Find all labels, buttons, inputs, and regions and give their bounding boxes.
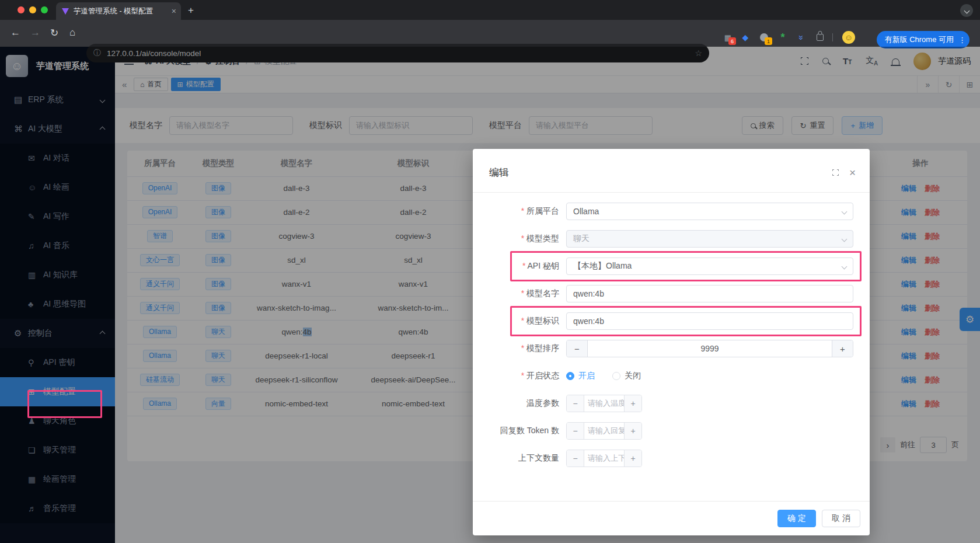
form-label-api-key: API 秘钥 bbox=[489, 261, 566, 272]
extension-badge: 6 bbox=[728, 37, 736, 45]
form-row-model-sort: 模型排序−9999+ bbox=[489, 340, 853, 357]
minimize-window-button[interactable] bbox=[29, 6, 36, 13]
chevron-down-icon bbox=[842, 208, 848, 214]
form-label-model-name: 模型名字 bbox=[489, 288, 566, 299]
dialog-footer: 确 定 取 消 bbox=[473, 501, 870, 535]
browser-tabstrip: 芋道管理系统 - 模型配置 × + bbox=[0, 0, 980, 20]
extension-grid-icon[interactable]: ▦6 bbox=[723, 32, 733, 43]
home-button[interactable]: ⌂ bbox=[69, 27, 75, 39]
dialog-title: 编辑 bbox=[489, 166, 509, 179]
browser-tab[interactable]: 芋道管理系统 - 模型配置 × bbox=[56, 2, 181, 20]
chrome-update-label: 有新版 Chrome 可用 bbox=[885, 34, 954, 45]
form-label-max-contexts: 上下文数量 bbox=[489, 453, 566, 464]
model-identifier-input[interactable]: qwen:4b bbox=[566, 312, 853, 330]
radio-option-开启[interactable]: 开启 bbox=[566, 371, 595, 381]
extensions-puzzle-icon[interactable] bbox=[815, 32, 825, 43]
radio-label: 开启 bbox=[578, 371, 595, 381]
form-row-status: 开启状态开启关闭 bbox=[489, 367, 853, 385]
form-label-status: 开启状态 bbox=[489, 371, 566, 381]
zoom-window-button[interactable] bbox=[41, 6, 48, 13]
dialog-close-icon[interactable]: × bbox=[849, 167, 856, 178]
browser-tab-title: 芋道管理系统 - 模型配置 bbox=[74, 6, 168, 16]
model-name-input[interactable]: qwen:4b bbox=[566, 285, 853, 302]
platform-select[interactable]: Ollama bbox=[566, 203, 853, 220]
extension-circle-icon[interactable]: 1 bbox=[759, 32, 769, 43]
form-row-temperature: 温度参数−请输入温度+ bbox=[489, 395, 853, 412]
extension-badge: 1 bbox=[765, 37, 772, 45]
select-value: 【本地】Ollama bbox=[573, 261, 632, 272]
form-label-model-type: 模型类型 bbox=[489, 234, 566, 244]
chevron-down-icon bbox=[842, 263, 848, 269]
extension-diamond-icon[interactable]: ◆ bbox=[740, 32, 751, 43]
confirm-button[interactable]: 确 定 bbox=[777, 510, 816, 527]
form-row-model-name: 模型名字qwen:4b bbox=[489, 285, 853, 302]
form-row-model-type: 模型类型聊天 bbox=[489, 230, 853, 248]
profile-avatar[interactable]: ☺ bbox=[842, 31, 855, 44]
form-row-model-identifier: 模型标识qwen:4b bbox=[489, 312, 853, 330]
increase-button[interactable]: + bbox=[624, 423, 641, 439]
decrease-button[interactable]: − bbox=[567, 395, 584, 412]
increase-button[interactable]: + bbox=[624, 450, 641, 467]
form-control-model-identifier: qwen:4b bbox=[566, 312, 853, 330]
chrome-update-button[interactable]: 有新版 Chrome 可用 ⋮ bbox=[877, 31, 969, 48]
form-control-api-key: 【本地】Ollama bbox=[566, 257, 853, 275]
decrease-button[interactable]: − bbox=[567, 423, 584, 439]
form-label-model-sort: 模型排序 bbox=[489, 343, 566, 354]
reload-button[interactable]: ↻ bbox=[50, 27, 58, 39]
form-label-max-tokens: 回复数 Token 数 bbox=[489, 426, 566, 436]
application-window: 芋道管理系统 - 模型配置 × + ← → ↻ ⌂ ⓘ 127.0.0.1/ai… bbox=[0, 0, 980, 543]
chevron-down-icon bbox=[842, 236, 848, 242]
form-row-max-contexts: 上下文数量−请输入上下+ bbox=[489, 450, 853, 467]
back-button[interactable]: ← bbox=[11, 27, 20, 39]
cancel-button[interactable]: 取 消 bbox=[822, 510, 860, 527]
input-value: qwen:4b bbox=[573, 289, 604, 298]
decrease-button[interactable]: − bbox=[567, 450, 584, 467]
model-type-select: 聊天 bbox=[566, 230, 853, 248]
max-tokens-stepper: −请输入回复+ bbox=[566, 422, 642, 440]
form-label-temperature: 温度参数 bbox=[489, 398, 566, 409]
toolbar-divider bbox=[832, 33, 833, 41]
edit-model-dialog: 编辑 × 所属平台Ollama模型类型聊天API 秘钥【本地】Ollama模型名… bbox=[473, 149, 870, 535]
tab-close-icon[interactable]: × bbox=[172, 6, 176, 16]
radio-dot bbox=[612, 372, 620, 380]
temperature-stepper: −请输入温度+ bbox=[566, 395, 642, 412]
form-row-api-key: API 秘钥【本地】Ollama bbox=[489, 257, 853, 275]
stepper-placeholder: 请输入回复 bbox=[584, 423, 624, 439]
close-window-button[interactable] bbox=[18, 6, 25, 13]
increase-button[interactable]: + bbox=[832, 340, 853, 357]
stepper-value: 9999 bbox=[588, 340, 832, 357]
model-sort-stepper: −9999+ bbox=[566, 340, 853, 357]
form-control-temperature: −请输入温度+ bbox=[566, 395, 853, 412]
api-key-select[interactable]: 【本地】Ollama bbox=[566, 257, 853, 275]
form-control-max-contexts: −请输入上下+ bbox=[566, 450, 853, 467]
decrease-button[interactable]: − bbox=[567, 340, 588, 357]
form-label-platform: 所属平台 bbox=[489, 206, 566, 217]
form-control-model-name: qwen:4b bbox=[566, 285, 853, 302]
radio-option-关闭[interactable]: 关闭 bbox=[612, 371, 641, 381]
form-row-platform: 所属平台Ollama bbox=[489, 203, 853, 220]
forward-button[interactable]: → bbox=[30, 27, 40, 39]
select-value: 聊天 bbox=[573, 234, 590, 244]
form-control-status: 开启关闭 bbox=[566, 371, 853, 381]
radio-dot bbox=[566, 372, 574, 380]
new-tab-button[interactable]: + bbox=[188, 5, 194, 16]
dialog-header: 编辑 × bbox=[473, 149, 870, 192]
browser-menu-icon[interactable]: ⋮ bbox=[958, 36, 966, 44]
extension-chevrons-icon[interactable]: » bbox=[796, 32, 807, 43]
stepper-placeholder: 请输入上下 bbox=[584, 450, 624, 467]
form-control-model-type: 聊天 bbox=[566, 230, 853, 248]
radio-label: 关闭 bbox=[625, 371, 641, 381]
site-favicon bbox=[62, 8, 69, 15]
select-value: Ollama bbox=[573, 207, 599, 216]
tab-search-button[interactable] bbox=[960, 4, 973, 17]
browser-toolbar: ← → ↻ ⌂ ⓘ 127.0.0.1/ai/console/model ☆ ▦… bbox=[0, 20, 980, 47]
increase-button[interactable]: + bbox=[624, 395, 641, 412]
form-control-model-sort: −9999+ bbox=[566, 340, 853, 357]
dialog-form: 所属平台Ollama模型类型聊天API 秘钥【本地】Ollama模型名字qwen… bbox=[473, 193, 870, 467]
dialog-fullscreen-icon[interactable] bbox=[832, 169, 839, 176]
chevron-down-icon bbox=[964, 8, 969, 13]
form-row-max-tokens: 回复数 Token 数−请输入回复+ bbox=[489, 422, 853, 440]
extension-star-icon[interactable]: * bbox=[777, 32, 788, 43]
form-control-max-tokens: −请输入回复+ bbox=[566, 422, 853, 440]
status-radio-group: 开启关闭 bbox=[566, 371, 641, 381]
